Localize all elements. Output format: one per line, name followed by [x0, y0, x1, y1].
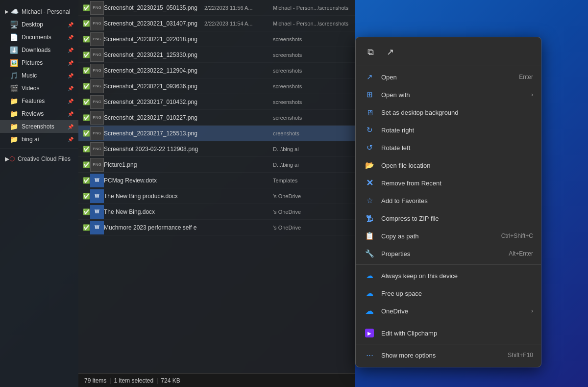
table-row[interactable]: ✅ W The New Bing.docx 's OneDrive — [78, 204, 355, 220]
ctx-item-open-file-location[interactable]: 📂 Open file location — [356, 156, 541, 174]
table-row[interactable]: ✅ PNG Screenshot_20230221_093636.png scr… — [78, 78, 355, 94]
file-thumbnail: PNG — [90, 158, 104, 172]
file-name: PCMag Review.dotx — [104, 177, 204, 184]
pin-icon-ss: 📌 — [68, 124, 74, 129]
ctx-item-set-desktop-bg[interactable]: 🖥 Set as desktop background — [356, 103, 541, 121]
pin-icon-feat: 📌 — [68, 99, 74, 104]
bingai-folder-icon: 📁 — [10, 135, 18, 143]
ctx-item-edit-clipchamp[interactable]: ▶ Edit with Clipchamp — [356, 324, 541, 342]
ctx-copy-button[interactable]: ⧉ — [362, 43, 379, 61]
sync-check-icon: ✅ — [82, 177, 90, 184]
file-name: Screenshot_20230217_010432.png — [104, 99, 204, 105]
videos-icon: 🎬 — [10, 84, 18, 92]
ctx-item-show-more[interactable]: ⋯ Show more options Shift+F10 — [356, 346, 541, 364]
sidebar-creative-cloud[interactable]: ▶ ⬡ Creative Cloud Files — [0, 152, 78, 165]
ctx-item-rotate-right[interactable]: ↻ Rotate right — [356, 121, 541, 139]
ctx-shortcut-show-more: Shift+F10 — [508, 352, 533, 359]
file-date: 2/22/2023 11:54 A... — [204, 21, 273, 26]
ctx-label-free-space: Free up space — [381, 290, 533, 297]
sidebar-item-screenshots[interactable]: 📁 Screenshots 📌 — [0, 120, 78, 133]
table-row[interactable]: ✅ PNG Screenshot_20230221_022018.png scr… — [78, 31, 355, 47]
table-row-selected[interactable]: ✅ PNG Screenshot_20230217_125513.png cre… — [78, 126, 355, 141]
ctx-share-button[interactable]: ↗ — [381, 43, 399, 61]
file-name: Picture1.png — [104, 161, 204, 168]
file-thumbnail: PNG — [90, 142, 104, 156]
sidebar-item-documents[interactable]: 📄 Documents 📌 — [0, 31, 78, 44]
table-row[interactable]: ✅ PNG Picture1.png D...\bing ai — [78, 157, 355, 173]
pin-icon-bing: 📌 — [68, 137, 74, 142]
ctx-item-free-space[interactable]: ☁ Free up space — [356, 284, 541, 302]
sidebar-personal-header[interactable]: ▶ ☁️ Michael - Personal — [0, 5, 78, 18]
file-name: Screenshot_20230221_031407.png — [104, 20, 204, 27]
ctx-shortcut-open: Enter — [519, 74, 533, 80]
file-thumbnail: PNG — [90, 17, 104, 30]
ctx-item-onedrive[interactable]: ☁ OneDrive › — [356, 302, 541, 320]
table-row[interactable]: ✅ PNG Screenshot_20230215_050135.png 2/2… — [78, 0, 355, 16]
ctx-item-open[interactable]: ↗ Open Enter — [356, 68, 541, 86]
music-icon: 🎵 — [10, 72, 18, 79]
creative-cloud-icon: ⬡ — [9, 155, 15, 162]
pin-icon-rev: 📌 — [68, 111, 74, 117]
file-location: Templates — [273, 178, 351, 183]
onedrive-icon: ☁ — [364, 305, 375, 317]
context-menu: ⧉ ↗ ↗ Open Enter ⊞ Open with › 🖥 Set as … — [355, 37, 541, 367]
onedrive-submenu-arrow-icon: › — [531, 308, 533, 314]
table-row[interactable]: ✅ PNG Screenshot_20230217_010432.png scr… — [78, 94, 355, 110]
sidebar-item-videos[interactable]: 🎬 Videos 📌 — [0, 82, 78, 95]
table-row[interactable]: ✅ PNG Screenshot_20230221_031407.png 2/2… — [78, 16, 355, 31]
pin-icon: 📌 — [68, 22, 74, 27]
sidebar-item-music[interactable]: 🎵 Music 📌 — [0, 69, 78, 82]
table-row[interactable]: ✅ PNG Screenshot_20230221_125330.png scr… — [78, 47, 355, 63]
ctx-label-edit-clipchamp: Edit with Clipchamp — [381, 330, 533, 337]
open-icon: ↗ — [364, 71, 375, 83]
ctx-item-always-keep[interactable]: ☁ Always keep on this device — [356, 267, 541, 284]
open-location-icon: 📂 — [364, 159, 375, 171]
sidebar-item-label-videos: Videos — [22, 85, 39, 92]
ctx-label-open: Open — [381, 74, 515, 81]
file-location: screenshots — [273, 52, 351, 58]
file-name: The New Bing.docx — [104, 208, 204, 215]
sync-check-icon: ✅ — [82, 36, 90, 43]
sidebar: ▶ ☁️ Michael - Personal 🖥️ Desktop 📌 📄 D… — [0, 0, 78, 387]
ctx-label-add-favorites: Add to Favorites — [381, 197, 533, 205]
sidebar-item-downloads[interactable]: ⬇️ Downloads 📌 — [0, 44, 78, 56]
sidebar-item-reviews[interactable]: 📁 Reviews 📌 — [0, 107, 78, 120]
ctx-item-rotate-left[interactable]: ↺ Rotate left — [356, 139, 541, 156]
table-row[interactable]: ✅ PNG Screenshot_20230222_112904.png scr… — [78, 63, 355, 78]
sidebar-item-desktop[interactable]: 🖥️ Desktop 📌 — [0, 18, 78, 31]
ctx-item-open-with[interactable]: ⊞ Open with › — [356, 86, 541, 103]
sync-check-icon: ✅ — [82, 224, 90, 231]
sidebar-creative-cloud-label: Creative Cloud Files — [18, 155, 71, 162]
table-row[interactable]: ✅ PNG Screenshot_20230217_010227.png scr… — [78, 110, 355, 126]
rotate-left-icon: ↺ — [364, 142, 375, 154]
reviews-folder-icon: 📁 — [10, 110, 18, 118]
ctx-label-rotate-right: Rotate right — [381, 127, 533, 134]
ctx-item-properties[interactable]: 🔧 Properties Alt+Enter — [356, 245, 541, 262]
table-row[interactable]: ✅ W PCMag Review.dotx Templates — [78, 173, 355, 188]
submenu-arrow-icon: › — [531, 91, 533, 98]
file-size: 724 KB — [161, 377, 180, 384]
file-word-icon: W — [90, 205, 104, 219]
sidebar-item-features[interactable]: 📁 Features 📌 — [0, 95, 78, 107]
sync-check-icon: ✅ — [82, 4, 90, 11]
share-icon: ↗ — [387, 47, 394, 57]
file-name: Screenshot_20230217_010227.png — [104, 114, 204, 121]
ctx-item-add-favorites[interactable]: ☆ Add to Favorites — [356, 192, 541, 209]
sidebar-item-bingai[interactable]: 📁 bing ai 📌 — [0, 133, 78, 146]
ctx-label-compress-zip: Compress to ZIP file — [381, 215, 533, 222]
ctx-item-remove-recent[interactable]: ✕ Remove from Recent — [356, 174, 541, 192]
sidebar-item-pictures[interactable]: 🖼️ Pictures 📌 — [0, 56, 78, 69]
ctx-label-open-file-location: Open file location — [381, 162, 533, 169]
table-row[interactable]: ✅ W The New Bing produce.docx 's OneDriv… — [78, 188, 355, 204]
table-row[interactable]: ✅ W Muchmore 2023 performance self e 's … — [78, 220, 355, 235]
ctx-item-copy-path[interactable]: 📋 Copy as path Ctrl+Shift+C — [356, 227, 541, 245]
file-thumbnail: PNG — [90, 127, 104, 140]
file-name: Screenshot_20230221_093636.png — [104, 83, 204, 90]
ctx-item-compress-zip[interactable]: 🗜 Compress to ZIP file — [356, 209, 541, 227]
file-location: screenshots — [273, 115, 351, 121]
ctx-label-rotate-left: Rotate left — [381, 144, 533, 152]
sidebar-item-label-features: Features — [22, 98, 45, 104]
file-word-icon: W — [90, 221, 104, 234]
status-divider: | — [109, 377, 111, 384]
table-row[interactable]: ✅ PNG Screenshot 2023-02-22 112908.png D… — [78, 141, 355, 157]
